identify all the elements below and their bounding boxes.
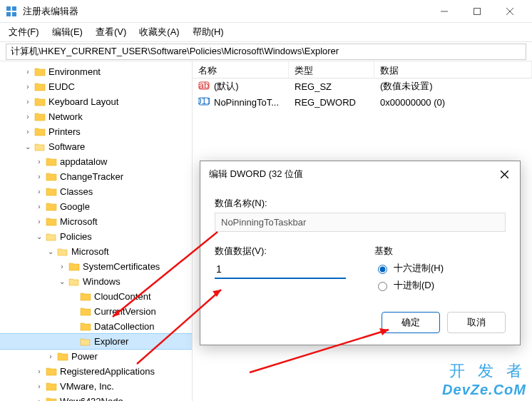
folder-icon xyxy=(80,291,91,303)
list-row[interactable]: 011NoPinningToT...REG_DWORD0x00000000 (0… xyxy=(193,94,532,110)
dialog-titlebar: 编辑 DWORD (32 位值 xyxy=(200,161,520,187)
folder-icon xyxy=(34,96,46,108)
value-type-icon: 011 xyxy=(198,96,210,109)
tree-pane[interactable]: ›Environment›EUDC›Keyboard Layout›Networ… xyxy=(0,61,193,401)
tree-node[interactable]: ›Wow6432Node xyxy=(0,394,192,401)
value-name: (默认) xyxy=(214,80,239,93)
svg-rect-3 xyxy=(12,12,16,16)
tree-node[interactable]: ›ChangeTracker xyxy=(0,169,192,184)
value-type: REG_DWORD xyxy=(289,96,374,109)
ok-button[interactable]: 确定 xyxy=(382,312,440,333)
tree-node-label: CloudContent xyxy=(94,291,151,302)
menu-favorites[interactable]: 收藏夹(A) xyxy=(133,24,185,40)
folder-icon xyxy=(46,231,57,243)
tree-node[interactable]: ⌄Policies xyxy=(0,229,192,244)
expand-toggle-icon[interactable]: › xyxy=(23,113,33,121)
expand-toggle-icon[interactable]: › xyxy=(46,352,56,360)
folder-icon xyxy=(46,156,57,168)
value-data: (数值未设置) xyxy=(374,78,532,94)
menu-file[interactable]: 文件(F) xyxy=(3,24,45,40)
tree-node[interactable]: ›VMware, Inc. xyxy=(0,379,192,394)
folder-icon xyxy=(34,66,46,78)
tree-node[interactable]: Explorer xyxy=(0,334,192,349)
tree-node-label: Software xyxy=(48,141,85,152)
value-data: 0x00000000 (0) xyxy=(374,96,532,109)
tree-node[interactable]: ›RegisteredApplications xyxy=(0,364,192,379)
menu-view[interactable]: 查看(V) xyxy=(90,24,132,40)
radio-hex-input[interactable] xyxy=(378,265,387,274)
folder-icon xyxy=(34,111,46,123)
dialog-close-button[interactable] xyxy=(497,167,511,181)
list-row[interactable]: ab(默认)REG_SZ(数值未设置) xyxy=(193,78,532,94)
expand-toggle-icon[interactable]: ⌄ xyxy=(34,233,44,240)
tree-node[interactable]: ⌄Windows xyxy=(0,274,192,289)
tree-node-label: Wow6432Node xyxy=(60,396,123,401)
expand-toggle-icon[interactable]: › xyxy=(34,367,44,375)
expand-toggle-icon[interactable]: › xyxy=(34,397,44,401)
svg-rect-2 xyxy=(6,12,11,16)
svg-text:ab: ab xyxy=(199,80,209,91)
expand-toggle-icon[interactable]: › xyxy=(34,218,44,225)
value-data-input[interactable] xyxy=(215,260,346,279)
tree-node[interactable]: ›Environment xyxy=(0,64,192,79)
tree-node[interactable]: CloudContent xyxy=(0,289,192,304)
tree-node[interactable]: ⌄Microsoft xyxy=(0,244,192,259)
svg-rect-1 xyxy=(12,6,16,11)
minimize-button[interactable] xyxy=(428,0,461,23)
tree-node[interactable]: CurrentVersion xyxy=(0,304,192,319)
tree-node[interactable]: ›Classes xyxy=(0,184,192,199)
menu-edit[interactable]: 编辑(E) xyxy=(46,24,88,40)
expand-toggle-icon[interactable]: › xyxy=(23,83,33,91)
dialog-title-text: 编辑 DWORD (32 位值 xyxy=(209,168,497,181)
radio-dec-input[interactable] xyxy=(378,282,387,291)
expand-toggle-icon[interactable]: › xyxy=(34,158,44,166)
expand-toggle-icon[interactable]: › xyxy=(34,188,44,196)
value-name: NoPinningToT... xyxy=(214,97,279,108)
list-header-data[interactable]: 数据 xyxy=(374,61,532,78)
radio-hex[interactable]: 十六进制(H) xyxy=(374,262,506,275)
radio-dec[interactable]: 十进制(D) xyxy=(374,279,506,292)
close-button[interactable] xyxy=(493,0,526,23)
menu-help[interactable]: 帮助(H) xyxy=(187,24,230,40)
tree-node[interactable]: ›SystemCertificates xyxy=(0,259,192,274)
tree-node[interactable]: ›EUDC xyxy=(0,79,192,94)
value-type: REG_SZ xyxy=(289,80,374,93)
folder-icon xyxy=(68,261,80,273)
expand-toggle-icon[interactable]: › xyxy=(34,173,44,181)
expand-toggle-icon[interactable]: › xyxy=(23,128,33,136)
tree-node[interactable]: ›appdatalow xyxy=(0,154,192,169)
tree-node-label: Windows xyxy=(83,276,121,287)
tree-node-label: Explorer xyxy=(94,336,128,347)
expand-toggle-icon[interactable]: › xyxy=(57,263,67,270)
folder-icon xyxy=(80,336,91,347)
tree-node-label: Microsoft xyxy=(60,216,98,227)
expand-toggle-icon[interactable]: › xyxy=(34,382,44,390)
tree-node[interactable]: ⌄Software xyxy=(0,139,192,154)
expand-toggle-icon[interactable]: › xyxy=(23,68,33,76)
tree-node-label: Microsoft xyxy=(71,246,109,257)
folder-icon xyxy=(34,141,46,153)
tree-node[interactable]: ›Network xyxy=(0,109,192,124)
folder-icon xyxy=(46,186,57,198)
tree-node[interactable]: ›Power xyxy=(0,349,192,364)
tree-node-label: Classes xyxy=(60,186,93,197)
expand-toggle-icon[interactable]: › xyxy=(23,98,33,106)
watermark: 开 发 者 DevZe.CoM xyxy=(442,360,526,398)
maximize-button[interactable] xyxy=(461,0,493,23)
tree-node[interactable]: ›Google xyxy=(0,199,192,214)
expand-toggle-icon[interactable]: ⌄ xyxy=(23,143,33,151)
tree-node[interactable]: DataCollection xyxy=(0,319,192,334)
cancel-button[interactable]: 取消 xyxy=(447,312,506,333)
tree-node-label: Google xyxy=(60,201,90,212)
expand-toggle-icon[interactable]: ⌄ xyxy=(46,248,56,255)
expand-toggle-icon[interactable]: ⌄ xyxy=(57,278,67,285)
expand-toggle-icon[interactable]: › xyxy=(34,203,44,210)
address-input[interactable] xyxy=(6,44,526,60)
list-header-name[interactable]: 名称 xyxy=(193,61,289,78)
tree-node[interactable]: ›Keyboard Layout xyxy=(0,94,192,109)
tree-node[interactable]: ›Printers xyxy=(0,124,192,139)
tree-node[interactable]: ›Microsoft xyxy=(0,214,192,229)
base-label: 基数 xyxy=(374,245,506,258)
list-header-type[interactable]: 类型 xyxy=(289,61,374,78)
folder-icon xyxy=(46,396,57,402)
